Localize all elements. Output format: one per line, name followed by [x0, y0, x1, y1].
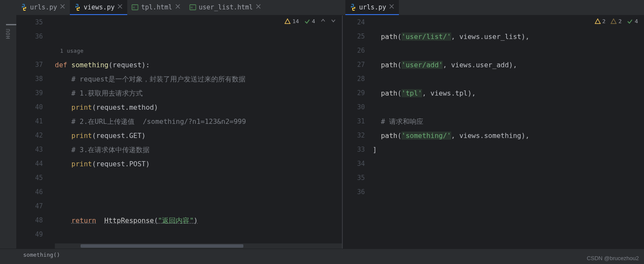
tab-label: urls.py [30, 3, 57, 11]
code-line[interactable]: path('user/add', views.user_add), [373, 58, 644, 72]
line-number[interactable]: 42 [16, 129, 43, 143]
line-number[interactable]: 40 [16, 100, 43, 114]
horizontal-scrollbar[interactable] [55, 243, 342, 249]
line-number[interactable]: 33 [343, 143, 365, 157]
editor-pane-left: 14 4 353637383940414243444546474849 1 us… [16, 15, 342, 249]
code-line[interactable]: return HttpResponse("返回内容") [55, 213, 342, 228]
line-number[interactable]: 36 [16, 30, 43, 44]
line-number[interactable]: 31 [343, 114, 365, 129]
side-label: HOU [5, 28, 11, 39]
ok-check-icon [304, 18, 310, 24]
code-line[interactable]: # request是一个对象，封装了用户发送过来的所有数据 [55, 72, 342, 86]
line-number[interactable]: 43 [16, 143, 43, 157]
code-line[interactable] [373, 171, 644, 185]
code-line[interactable] [373, 185, 644, 199]
line-number[interactable]: 28 [343, 72, 365, 86]
code-line[interactable]: print(request.POST) [55, 157, 342, 171]
code-line[interactable]: def something(request): [55, 58, 342, 72]
warning-count: 14 [292, 18, 299, 24]
prev-highlight-icon[interactable] [321, 18, 326, 24]
code-line[interactable]: path('something/', views.something), [373, 129, 644, 143]
editor-tab[interactable]: Huser_list.html [185, 0, 266, 15]
code-line[interactable] [55, 171, 342, 185]
code-line[interactable] [55, 228, 342, 242]
line-number[interactable]: 27 [343, 58, 365, 72]
tab-label: user_list.html [199, 3, 253, 11]
code-editor-right[interactable]: path('user/list/', views.user_list), pat… [373, 15, 644, 249]
next-highlight-icon[interactable] [331, 18, 336, 24]
line-number[interactable]: 35 [16, 15, 43, 30]
line-number[interactable]: 37 [16, 58, 43, 72]
ok-check-icon [627, 18, 633, 24]
code-editor-left[interactable]: 1 usagedef something(request): # request… [55, 15, 342, 249]
code-line[interactable]: print(request.method) [55, 100, 342, 114]
code-line[interactable] [373, 72, 644, 86]
code-line[interactable]: # 请求和响应 [373, 114, 644, 129]
close-tab-icon[interactable] [255, 3, 261, 11]
tab-label: views.py [84, 3, 114, 11]
line-number[interactable]: 38 [16, 72, 43, 86]
code-line[interactable] [373, 44, 644, 58]
tool-window-bar[interactable]: HOU [0, 15, 16, 249]
line-number[interactable]: 24 [343, 15, 365, 30]
ok-count: 4 [635, 18, 638, 24]
tab-label: urls.py [359, 3, 386, 11]
line-number[interactable]: 35 [343, 171, 365, 185]
code-line[interactable] [373, 100, 644, 114]
code-line[interactable]: # 1.获取用去请求方式 [55, 86, 342, 100]
line-gutter-right[interactable]: 24252627282930313233343536 [343, 15, 373, 249]
line-number[interactable]: 46 [16, 185, 43, 199]
editor-tab[interactable]: urls.py [345, 0, 399, 15]
editor-tabbar-right: urls.py [345, 0, 644, 15]
close-tab-icon[interactable] [60, 3, 66, 11]
minimize-handle[interactable] [6, 24, 17, 25]
line-number[interactable]: 26 [343, 44, 365, 58]
editor-tab[interactable]: views.py [70, 0, 127, 15]
tab-label: tpl.html [141, 3, 172, 11]
usage-hint[interactable]: 1 usage [55, 44, 342, 58]
inspection-widget-left[interactable]: 14 4 [285, 18, 335, 24]
breadcrumb-item[interactable]: something() [23, 252, 60, 258]
code-line[interactable]: # 3.在请求体中传递数据 [55, 143, 342, 157]
warning-count: 2 [602, 18, 606, 24]
editor-tab[interactable]: Htpl.html [127, 0, 185, 15]
line-number[interactable]: 47 [16, 199, 43, 213]
warning-icon [595, 18, 601, 24]
line-number[interactable]: 25 [343, 30, 365, 44]
line-number[interactable]: 49 [16, 228, 43, 242]
line-number[interactable]: 32 [343, 129, 365, 143]
line-number[interactable]: 29 [343, 86, 365, 100]
line-gutter-left[interactable]: 353637383940414243444546474849 [16, 15, 55, 249]
editor-pane-right: 2 2 4 24252627282930313233343536 path('u… [342, 15, 644, 249]
weak-warning-icon [611, 18, 617, 24]
code-line[interactable]: ] [373, 143, 644, 157]
svg-text:H: H [133, 6, 135, 9]
warning-icon [285, 18, 291, 24]
breadcrumb-bar[interactable]: something() [0, 249, 644, 261]
close-tab-icon[interactable] [175, 3, 181, 11]
code-line[interactable]: path('tpl', views.tpl), [373, 86, 644, 100]
line-number[interactable]: 44 [16, 157, 43, 171]
editor-tab[interactable]: urls.py [16, 0, 70, 15]
code-line[interactable]: path('user/list/', views.user_list), [373, 30, 644, 44]
line-number[interactable]: 39 [16, 86, 43, 100]
weak-warning-count: 2 [618, 18, 622, 24]
line-number[interactable]: 48 [16, 213, 43, 228]
code-line[interactable] [55, 185, 342, 199]
close-tab-icon[interactable] [389, 3, 395, 11]
ok-count: 4 [312, 18, 315, 24]
code-line[interactable] [55, 30, 342, 44]
line-number[interactable]: 36 [343, 185, 365, 199]
line-number[interactable]: 30 [343, 100, 365, 114]
line-number[interactable]: 41 [16, 114, 43, 129]
line-number[interactable]: 34 [343, 157, 365, 171]
line-number[interactable]: 45 [16, 171, 43, 185]
code-line[interactable] [373, 157, 644, 171]
code-line[interactable] [55, 199, 342, 213]
inspection-widget-right[interactable]: 2 2 4 [595, 18, 638, 24]
svg-text:H: H [191, 6, 192, 9]
csdn-watermark: CSDN @brucezhou2 [587, 255, 639, 261]
code-line[interactable]: # 2.在URL上传递值 /something/?n1=123&n2=999 [55, 114, 342, 129]
code-line[interactable]: print(request.GET) [55, 129, 342, 143]
close-tab-icon[interactable] [117, 3, 123, 11]
